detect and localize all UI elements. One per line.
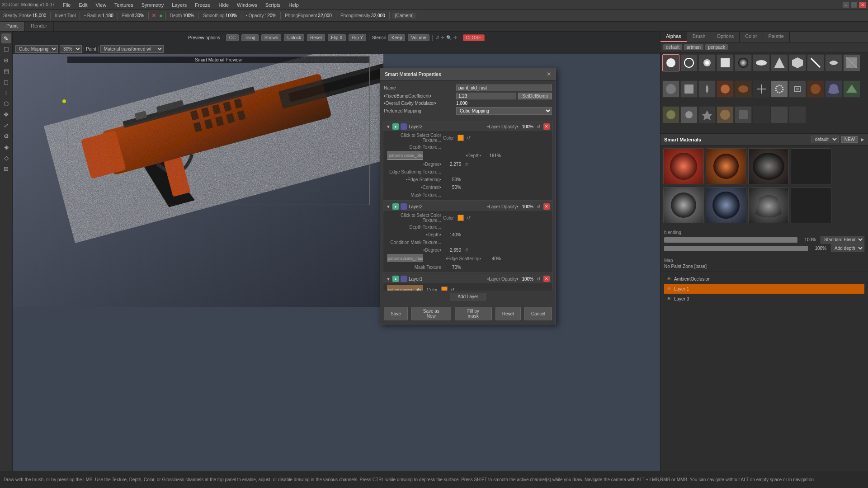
smp-cell-4[interactable]: [663, 187, 704, 223]
brush-cell-2[interactable]: [698, 54, 716, 71]
tool-paint-brush[interactable]: ✎: [1, 33, 11, 43]
phong-exp-val[interactable]: 32,000: [318, 13, 332, 18]
brush-cell-5[interactable]: [753, 54, 770, 71]
camera-selector[interactable]: [Camera]: [392, 13, 416, 19]
brush-cell-6[interactable]: [771, 54, 788, 71]
reset-btn[interactable]: Reset: [307, 34, 325, 41]
smp-cell-3[interactable]: [791, 148, 831, 184]
layer-eye-0[interactable]: 👁: [666, 296, 672, 302]
smp-cell-1[interactable]: [706, 148, 746, 184]
l3-degree-refresh[interactable]: ↺: [463, 161, 469, 167]
sm-arrow-right[interactable]: ▶: [861, 137, 864, 142]
falloff-val[interactable]: 30%: [135, 13, 144, 18]
brush-cell-1[interactable]: [680, 54, 698, 71]
layer-item-ao[interactable]: 👁 AmbientOcclusion: [664, 274, 864, 284]
tool-fill[interactable]: ▤: [1, 66, 11, 76]
blend-type-2[interactable]: Add depth: [831, 244, 864, 252]
tab-color[interactable]: Color: [740, 32, 763, 42]
layer-item-0[interactable]: 👁 Layer 0: [664, 294, 864, 304]
layer1-vis-btn[interactable]: ●: [392, 276, 399, 282]
layer-eye-ao[interactable]: 👁: [666, 276, 672, 282]
menu-freeze[interactable]: Freeze: [191, 1, 214, 9]
l3-color-swatch[interactable]: [458, 135, 464, 141]
menu-layers[interactable]: Layers: [168, 1, 190, 9]
add-layer-btn[interactable]: Add Layer: [450, 293, 486, 300]
smp-cell-5[interactable]: [706, 187, 746, 223]
brush-cell-11[interactable]: [662, 80, 679, 98]
invert-tool-btn[interactable]: Invert Tool: [53, 13, 77, 18]
preset-penpack[interactable]: penpack: [705, 44, 728, 50]
menu-file[interactable]: File: [59, 1, 75, 9]
brush-cell-12[interactable]: [680, 80, 698, 98]
x-tool-btn[interactable]: ✕: [151, 12, 156, 19]
blend-bar-2[interactable]: [664, 246, 808, 251]
layer2-vis-btn[interactable]: ●: [392, 203, 399, 210]
material-label-select[interactable]: Material transformed w/: [100, 45, 164, 53]
close-preview-btn[interactable]: CLOSE: [463, 34, 485, 41]
brush-cell-29[interactable]: [789, 106, 806, 123]
layer-item-1[interactable]: 👁 Layer 1: [664, 284, 864, 294]
tab-options[interactable]: Options: [711, 32, 740, 42]
smp-cell-6[interactable]: [748, 187, 789, 223]
tool-smudge[interactable]: ☐: [1, 44, 11, 54]
brush-cell-28[interactable]: [771, 106, 788, 123]
layer2-refresh-btn[interactable]: ↺: [535, 203, 542, 210]
brush-cell-24[interactable]: [698, 106, 716, 123]
menu-textures[interactable]: Textures: [111, 1, 137, 9]
brush-cell-16[interactable]: [753, 80, 770, 98]
unlock-btn[interactable]: Unlock: [284, 34, 304, 41]
close-btn[interactable]: ✕: [859, 2, 866, 8]
menu-view[interactable]: View: [92, 1, 110, 9]
l2-color-swatch[interactable]: [458, 215, 464, 221]
tool-extra3[interactable]: ⊞: [1, 164, 11, 174]
sm-new-btn[interactable]: NEW: [841, 136, 858, 143]
menu-windows[interactable]: Windows: [233, 1, 261, 9]
brush-cell-0[interactable]: [662, 54, 679, 71]
tool-settings[interactable]: ⚙: [1, 131, 11, 141]
brush-cell-25[interactable]: [717, 106, 734, 123]
name-input[interactable]: [456, 84, 552, 91]
blend-type-1[interactable]: Standard Blend: [821, 236, 864, 244]
tab-palette[interactable]: Palette: [763, 32, 790, 42]
tab-brush[interactable]: Brush: [687, 32, 712, 42]
preset-default[interactable]: default: [663, 44, 682, 50]
flipy-btn[interactable]: Flip Y: [349, 34, 366, 41]
keep-btn[interactable]: Keep: [388, 34, 405, 41]
l3-color-refresh[interactable]: ↺: [466, 135, 472, 141]
layer3-vis-btn[interactable]: ●: [392, 123, 399, 130]
tab-paint[interactable]: Paint: [0, 22, 24, 31]
steady-stroke-val[interactable]: 15,000: [33, 13, 47, 18]
brush-cell-9[interactable]: [825, 54, 842, 71]
brush-cell-23[interactable]: [680, 106, 698, 123]
brush-cell-26[interactable]: [735, 106, 752, 123]
volume-btn[interactable]: Volume: [408, 34, 429, 41]
layer2-collapse-btn[interactable]: ▼: [386, 204, 391, 209]
smp-cell-7[interactable]: [791, 187, 831, 223]
mapping-select[interactable]: Cube Mapping: [15, 45, 58, 53]
dialog-save-as-new-btn[interactable]: Save as New: [411, 307, 451, 320]
menu-edit[interactable]: Edit: [75, 1, 91, 9]
menu-hide[interactable]: Hide: [215, 1, 232, 9]
fixed-bump-input[interactable]: [456, 93, 516, 99]
tool-extra1[interactable]: ◈: [1, 142, 11, 152]
shown-btn[interactable]: Shown: [261, 34, 282, 41]
brush-cell-14[interactable]: [717, 80, 734, 98]
flipx-btn[interactable]: Flip X: [328, 34, 346, 41]
l2-color-refresh[interactable]: ↺: [466, 215, 472, 221]
brush-cell-21[interactable]: [843, 80, 860, 98]
tool-extra2[interactable]: ◇: [1, 153, 11, 163]
set-def-bump-btn[interactable]: SetDefBump: [518, 93, 552, 99]
brush-cell-20[interactable]: [825, 80, 842, 98]
brush-cell-8[interactable]: [807, 54, 824, 71]
layer3-delete-btn[interactable]: ✕: [543, 123, 550, 130]
brush-cell-15[interactable]: [735, 80, 752, 98]
layer3-refresh-btn[interactable]: ↺: [535, 123, 542, 130]
mapping-val-select[interactable]: 30%: [60, 45, 82, 53]
depth-val[interactable]: 100%: [183, 13, 194, 18]
tool-erase[interactable]: ◻: [1, 77, 11, 87]
layer1-delete-btn[interactable]: ✕: [543, 276, 550, 282]
smoothing-val[interactable]: 100%: [226, 13, 237, 18]
check-tool-btn[interactable]: ●: [159, 12, 163, 19]
tool-transform[interactable]: ⤢: [1, 120, 11, 130]
preferred-mapping-select[interactable]: Cube Mapping: [456, 107, 552, 115]
